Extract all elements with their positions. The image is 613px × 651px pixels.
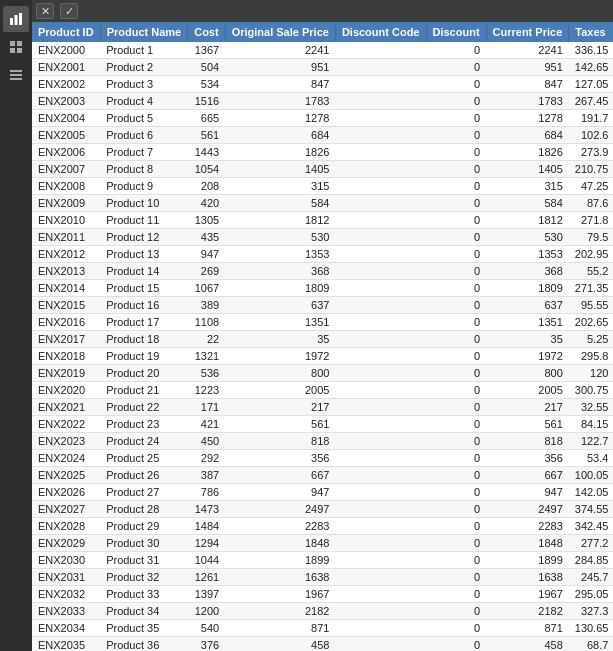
cell-row35-col4 bbox=[335, 637, 426, 652]
cell-row8-col5: 0 bbox=[426, 178, 486, 195]
table-row[interactable]: ENX2027Product 281473249702497374.55 bbox=[32, 501, 613, 518]
cell-row10-col0: ENX2010 bbox=[32, 212, 100, 229]
svg-rect-9 bbox=[10, 78, 22, 80]
table-row[interactable]: ENX2016Product 171108135101351202.65 bbox=[32, 314, 613, 331]
table-row[interactable]: ENX2033Product 341200218202182327.3 bbox=[32, 603, 613, 620]
table-row[interactable]: ENX2002Product 35348470847127.05 bbox=[32, 76, 613, 93]
table-row[interactable]: ENX2003Product 41516178301783267.45 bbox=[32, 93, 613, 110]
cell-row25-col2: 387 bbox=[188, 467, 225, 484]
cell-row2-col6: 847 bbox=[486, 76, 569, 93]
table-row[interactable]: ENX2020Product 211223200502005300.75 bbox=[32, 382, 613, 399]
table-row[interactable]: ENX2018Product 191321197201972295.8 bbox=[32, 348, 613, 365]
cell-row6-col4 bbox=[335, 144, 426, 161]
table-row[interactable]: ENX2034Product 355408710871130.65 bbox=[32, 620, 613, 637]
cell-row5-col1: Product 6 bbox=[100, 127, 188, 144]
cell-row28-col0: ENX2028 bbox=[32, 518, 100, 535]
cell-row14-col1: Product 15 bbox=[100, 280, 188, 297]
cell-row4-col3: 1278 bbox=[225, 110, 335, 127]
menu-icon[interactable] bbox=[3, 62, 29, 88]
table-row[interactable]: ENX2021Product 22171217021732.55 bbox=[32, 399, 613, 416]
cell-row20-col0: ENX2020 bbox=[32, 382, 100, 399]
cell-row13-col6: 368 bbox=[486, 263, 569, 280]
cell-row10-col7: 271.8 bbox=[569, 212, 613, 229]
table-row[interactable]: ENX2031Product 321261163801638245.7 bbox=[32, 569, 613, 586]
confirm-button[interactable]: ✓ bbox=[60, 3, 78, 19]
table-row[interactable]: ENX2015Product 16389637063795.55 bbox=[32, 297, 613, 314]
table-row[interactable]: ENX2026Product 277869470947142.05 bbox=[32, 484, 613, 501]
cell-row32-col6: 1967 bbox=[486, 586, 569, 603]
cell-row19-col6: 800 bbox=[486, 365, 569, 382]
table-row[interactable]: ENX2007Product 81054140501405210.75 bbox=[32, 161, 613, 178]
table-row[interactable]: ENX2022Product 23421561056184.15 bbox=[32, 416, 613, 433]
cell-row33-col4 bbox=[335, 603, 426, 620]
cell-row30-col5: 0 bbox=[426, 552, 486, 569]
cell-row19-col4 bbox=[335, 365, 426, 382]
cell-row9-col7: 87.6 bbox=[569, 195, 613, 212]
cell-row34-col4 bbox=[335, 620, 426, 637]
cell-row13-col2: 269 bbox=[188, 263, 225, 280]
cell-row32-col4 bbox=[335, 586, 426, 603]
table-row[interactable]: ENX2012Product 13947135301353202.95 bbox=[32, 246, 613, 263]
cell-row34-col1: Product 35 bbox=[100, 620, 188, 637]
cell-row18-col7: 295.8 bbox=[569, 348, 613, 365]
cell-row25-col4 bbox=[335, 467, 426, 484]
cell-row12-col7: 202.95 bbox=[569, 246, 613, 263]
cell-row24-col0: ENX2024 bbox=[32, 450, 100, 467]
cancel-button[interactable]: ✕ bbox=[36, 3, 54, 19]
table-row[interactable]: ENX2024Product 25292356035653.4 bbox=[32, 450, 613, 467]
table-wrapper[interactable]: Product ID Product Name Cost Original Sa… bbox=[32, 22, 613, 651]
cell-row7-col0: ENX2007 bbox=[32, 161, 100, 178]
cell-row33-col0: ENX2033 bbox=[32, 603, 100, 620]
cell-row23-col7: 122.7 bbox=[569, 433, 613, 450]
table-row[interactable]: ENX2011Product 12435530053079.5 bbox=[32, 229, 613, 246]
cell-row32-col7: 295.05 bbox=[569, 586, 613, 603]
table-row[interactable]: ENX2030Product 311044189901899284.85 bbox=[32, 552, 613, 569]
table-row[interactable]: ENX2004Product 5665127801278191.7 bbox=[32, 110, 613, 127]
cell-row1-col0: ENX2001 bbox=[32, 59, 100, 76]
table-row[interactable]: ENX2005Product 65616840684102.6 bbox=[32, 127, 613, 144]
cell-row29-col6: 1848 bbox=[486, 535, 569, 552]
table-row[interactable]: ENX2029Product 301294184801848277.2 bbox=[32, 535, 613, 552]
table-row[interactable]: ENX2025Product 263876670667100.05 bbox=[32, 467, 613, 484]
cell-row20-col1: Product 21 bbox=[100, 382, 188, 399]
table-row[interactable]: ENX2008Product 9208315031547.25 bbox=[32, 178, 613, 195]
cell-row19-col2: 536 bbox=[188, 365, 225, 382]
table-row[interactable]: ENX2023Product 244508180818122.7 bbox=[32, 433, 613, 450]
cell-row22-col3: 561 bbox=[225, 416, 335, 433]
cell-row30-col6: 1899 bbox=[486, 552, 569, 569]
cell-row29-col3: 1848 bbox=[225, 535, 335, 552]
data-table: Product ID Product Name Cost Original Sa… bbox=[32, 22, 613, 651]
chart-bar-icon[interactable] bbox=[3, 6, 29, 32]
cell-row8-col6: 315 bbox=[486, 178, 569, 195]
cell-row16-col0: ENX2016 bbox=[32, 314, 100, 331]
cell-row17-col4 bbox=[335, 331, 426, 348]
table-row[interactable]: ENX2000Product 11367224102241336.15 bbox=[32, 42, 613, 59]
cell-row3-col6: 1783 bbox=[486, 93, 569, 110]
table-row[interactable]: ENX2010Product 111305181201812271.8 bbox=[32, 212, 613, 229]
cell-row21-col6: 217 bbox=[486, 399, 569, 416]
cell-row29-col0: ENX2029 bbox=[32, 535, 100, 552]
table-row[interactable]: ENX2001Product 25049510951142.65 bbox=[32, 59, 613, 76]
cell-row10-col2: 1305 bbox=[188, 212, 225, 229]
cell-row27-col1: Product 28 bbox=[100, 501, 188, 518]
table-row[interactable]: ENX2019Product 205368000800120 bbox=[32, 365, 613, 382]
table-row[interactable]: ENX2014Product 151067180901809271.35 bbox=[32, 280, 613, 297]
cell-row10-col4 bbox=[335, 212, 426, 229]
cell-row12-col6: 1353 bbox=[486, 246, 569, 263]
grid-view-icon[interactable] bbox=[3, 34, 29, 60]
cell-row20-col7: 300.75 bbox=[569, 382, 613, 399]
cell-row35-col2: 376 bbox=[188, 637, 225, 652]
cell-row21-col3: 217 bbox=[225, 399, 335, 416]
table-row[interactable]: ENX2035Product 36376458045868.7 bbox=[32, 637, 613, 652]
cell-row17-col6: 35 bbox=[486, 331, 569, 348]
table-row[interactable]: ENX2006Product 71443182601826273.9 bbox=[32, 144, 613, 161]
table-row[interactable]: ENX2028Product 291484228302283342.45 bbox=[32, 518, 613, 535]
table-row[interactable]: ENX2032Product 331397196701967295.05 bbox=[32, 586, 613, 603]
table-row[interactable]: ENX2017Product 1822350355.25 bbox=[32, 331, 613, 348]
cell-row31-col7: 245.7 bbox=[569, 569, 613, 586]
cell-row26-col7: 142.05 bbox=[569, 484, 613, 501]
table-row[interactable]: ENX2009Product 10420584058487.6 bbox=[32, 195, 613, 212]
cell-row33-col3: 2182 bbox=[225, 603, 335, 620]
table-row[interactable]: ENX2013Product 14269368036855.2 bbox=[32, 263, 613, 280]
cell-row5-col4 bbox=[335, 127, 426, 144]
